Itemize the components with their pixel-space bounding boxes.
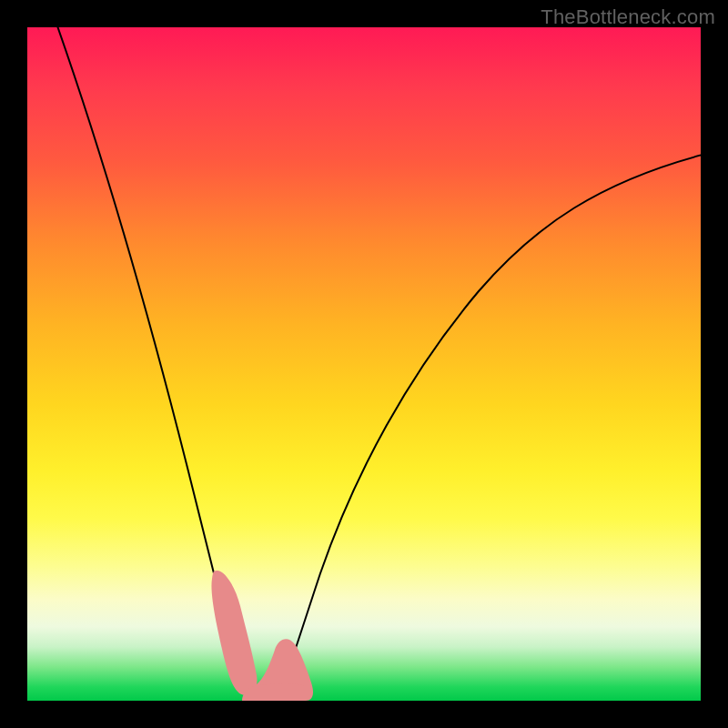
sweet-spot-markers (27, 27, 701, 701)
sweet-spot-left (211, 571, 257, 695)
plot-area (27, 27, 701, 701)
watermark-label: TheBottleneck.com (541, 5, 715, 29)
chart-frame: TheBottleneck.com (0, 0, 728, 728)
